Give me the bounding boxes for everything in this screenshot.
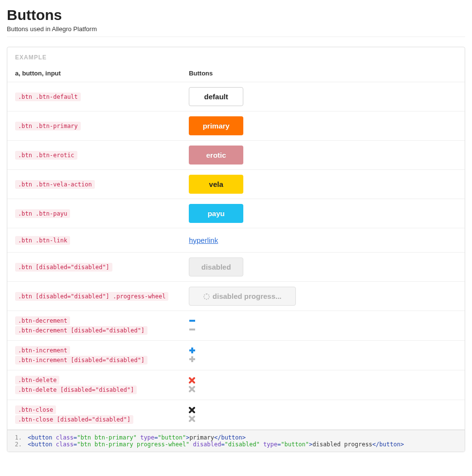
column-header-selectors: a, button, input bbox=[7, 66, 181, 82]
decrement-disabled-icon bbox=[189, 326, 196, 334]
vela-button[interactable]: vela bbox=[189, 175, 243, 194]
selector-delete-active: .btn-delete bbox=[15, 376, 59, 384]
disabled-progress-button: disabled progress... bbox=[189, 287, 296, 306]
selector-primary: .btn .btn-primary bbox=[15, 122, 81, 130]
table-row: .btn [disabled="disabled"] .progress-whe… bbox=[7, 282, 465, 311]
example-label: EXAMPLE bbox=[7, 47, 465, 66]
example-panel: EXAMPLE a, button, input Buttons .btn .b… bbox=[7, 47, 465, 452]
table-row: .btn .btn-erotic erotic bbox=[7, 141, 465, 170]
selector-disabled: .btn [disabled="disabled"] bbox=[15, 263, 112, 272]
selector-erotic: .btn .btn-erotic bbox=[15, 151, 77, 160]
page-header: Buttons Buttons used in Allegro Platform bbox=[7, 7, 465, 37]
table-row: .btn [disabled="disabled"] disabled bbox=[7, 253, 465, 282]
close-icon[interactable] bbox=[189, 406, 195, 415]
default-button[interactable]: default bbox=[189, 87, 243, 106]
line-number: 1. bbox=[12, 434, 22, 441]
selector-default: .btn .btn-default bbox=[15, 92, 81, 101]
table-row: .btn .btn-default default bbox=[7, 82, 465, 111]
disabled-button: disabled bbox=[189, 257, 243, 276]
selector-increment-disabled: .btn-increment [disabled="disabled"] bbox=[15, 356, 147, 365]
primary-button[interactable]: primary bbox=[189, 116, 243, 135]
selector-payu: .btn .btn-payu bbox=[15, 209, 70, 218]
decrement-icon[interactable] bbox=[189, 317, 196, 326]
increment-icon[interactable] bbox=[189, 347, 196, 355]
selector-disabled-progress: .btn [disabled="disabled"] .progress-whe… bbox=[15, 292, 168, 301]
selector-close-active: .btn-close bbox=[15, 405, 56, 414]
code-line-2: 2. <button class="btn btn-primary progre… bbox=[12, 441, 460, 448]
svg-rect-0 bbox=[189, 320, 195, 322]
table-row: .btn-close .btn-close [disabled="disable… bbox=[7, 400, 465, 430]
selector-increment-active: .btn-increment bbox=[15, 346, 70, 355]
page-title: Buttons bbox=[7, 7, 465, 23]
table-row: .btn .btn-link hyperlink bbox=[7, 228, 465, 253]
table-row: .btn-increment .btn-increment [disabled=… bbox=[7, 341, 465, 370]
disabled-progress-label: disabled progress... bbox=[213, 292, 282, 300]
delete-icon[interactable] bbox=[189, 376, 195, 385]
delete-disabled-icon bbox=[189, 385, 195, 394]
spinner-icon bbox=[203, 293, 210, 300]
increment-disabled-icon bbox=[189, 355, 196, 364]
close-disabled-icon bbox=[189, 415, 195, 423]
buttons-table: a, button, input Buttons .btn .btn-defau… bbox=[7, 66, 465, 430]
table-row: .btn .btn-primary primary bbox=[7, 111, 465, 141]
column-header-buttons: Buttons bbox=[181, 66, 465, 82]
selector-decrement-active: .btn-decrement bbox=[15, 316, 70, 325]
erotic-button[interactable]: erotic bbox=[189, 146, 243, 165]
selector-delete-disabled: .btn-delete [disabled="disabled"] bbox=[15, 385, 137, 394]
svg-rect-1 bbox=[189, 329, 195, 330]
hyperlink-button[interactable]: hyperlink bbox=[189, 233, 218, 247]
page-subtitle: Buttons used in Allegro Platform bbox=[7, 25, 465, 33]
table-row: .btn-delete .btn-delete [disabled="disab… bbox=[7, 370, 465, 400]
svg-rect-3 bbox=[189, 349, 195, 351]
line-number: 2. bbox=[12, 441, 22, 448]
payu-button[interactable]: payu bbox=[189, 204, 243, 223]
svg-rect-5 bbox=[189, 358, 195, 360]
table-row: .btn .btn-payu payu bbox=[7, 199, 465, 228]
selector-decrement-disabled: .btn-decrement [disabled="disabled"] bbox=[15, 326, 147, 335]
code-line-1: 1. <button class="btn btn-primary" type=… bbox=[12, 434, 460, 441]
selector-link: .btn .btn-link bbox=[15, 236, 70, 245]
table-row: .btn .btn-vela-action vela bbox=[7, 170, 465, 199]
selector-close-disabled: .btn-close [disabled="disabled"] bbox=[15, 415, 133, 424]
selector-vela: .btn .btn-vela-action bbox=[15, 180, 95, 189]
table-row: .btn-decrement .btn-decrement [disabled=… bbox=[7, 311, 465, 341]
code-block: 1. <button class="btn btn-primary" type=… bbox=[7, 430, 465, 452]
